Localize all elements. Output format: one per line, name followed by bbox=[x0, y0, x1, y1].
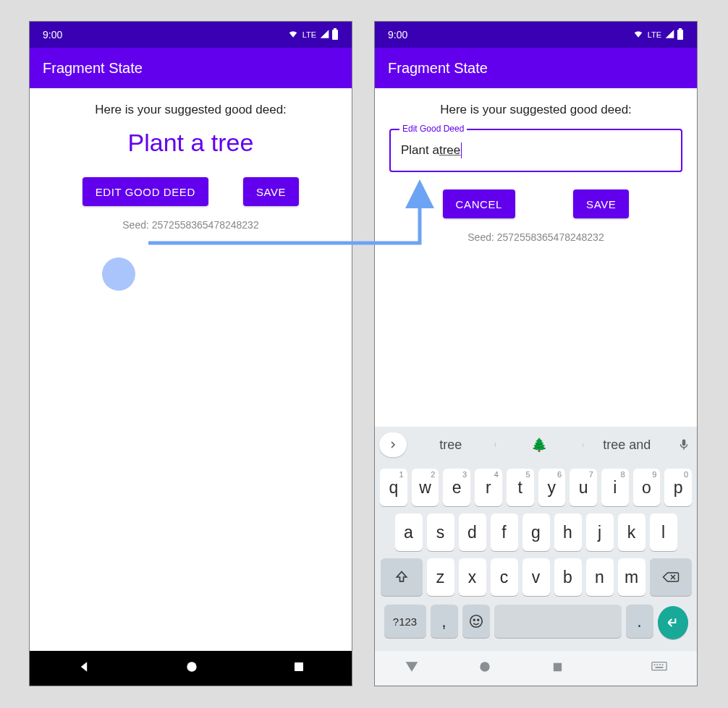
keyboard-row-2: asdfghjkl bbox=[378, 513, 694, 551]
app-title: Fragment State bbox=[43, 60, 143, 77]
shift-key[interactable] bbox=[381, 558, 423, 596]
status-time: 9:00 bbox=[388, 29, 407, 40]
key-s[interactable]: s bbox=[427, 513, 454, 551]
wifi-icon bbox=[632, 29, 645, 41]
key-c[interactable]: c bbox=[491, 558, 518, 596]
expand-icon[interactable] bbox=[379, 432, 407, 457]
app-bar: Fragment State bbox=[30, 48, 352, 88]
key-l[interactable]: l bbox=[650, 513, 677, 551]
key-o[interactable]: o9 bbox=[633, 469, 661, 506]
key-t[interactable]: t5 bbox=[507, 469, 534, 506]
key-d[interactable]: d bbox=[459, 513, 486, 551]
enter-key[interactable] bbox=[658, 606, 688, 639]
network-label: LTE bbox=[302, 30, 316, 39]
key-k[interactable]: k bbox=[618, 513, 646, 551]
status-icons: LTE bbox=[287, 28, 339, 42]
key-p[interactable]: p0 bbox=[664, 469, 692, 506]
suggestion-3[interactable]: tree and bbox=[583, 438, 671, 453]
back-icon[interactable] bbox=[77, 660, 91, 677]
key-h[interactable]: h bbox=[554, 513, 582, 551]
tap-indicator bbox=[102, 257, 135, 291]
backspace-key[interactable] bbox=[650, 558, 692, 596]
edit-input[interactable]: Plant a tree bbox=[391, 130, 681, 171]
wifi-icon bbox=[287, 29, 300, 41]
hide-keyboard-icon[interactable] bbox=[651, 661, 667, 675]
save-button[interactable]: SAVE bbox=[573, 189, 629, 218]
svg-point-6 bbox=[470, 615, 482, 628]
prompt-text: Here is your suggested good deed: bbox=[386, 103, 685, 117]
key-w[interactable]: w2 bbox=[412, 469, 439, 506]
emoji-key[interactable] bbox=[462, 605, 490, 638]
status-icons: LTE bbox=[632, 28, 684, 42]
svg-rect-0 bbox=[332, 30, 338, 40]
status-time: 9:00 bbox=[43, 29, 62, 40]
nav-bar bbox=[375, 651, 697, 686]
nav-bar bbox=[30, 651, 352, 686]
edit-field-label: Edit Good Deed bbox=[399, 124, 467, 134]
recent-icon[interactable] bbox=[292, 660, 305, 676]
back-icon[interactable] bbox=[405, 660, 419, 677]
svg-point-9 bbox=[481, 662, 490, 671]
key-b[interactable]: b bbox=[554, 558, 582, 596]
keyboard-row-1: q1w2e3r4t5y6u7i8o9p0 bbox=[378, 469, 694, 506]
key-n[interactable]: n bbox=[586, 558, 614, 596]
key-m[interactable]: m bbox=[618, 558, 646, 596]
keyboard-suggestion-bar: tree 🌲 tree and bbox=[375, 427, 697, 463]
svg-rect-11 bbox=[652, 662, 666, 670]
key-e[interactable]: e3 bbox=[443, 469, 470, 506]
space-key[interactable] bbox=[494, 605, 622, 638]
svg-rect-16 bbox=[656, 667, 664, 668]
mic-icon[interactable] bbox=[671, 437, 697, 453]
suggestion-2[interactable]: 🌲 bbox=[495, 437, 583, 453]
key-z[interactable]: z bbox=[427, 558, 454, 596]
svg-rect-14 bbox=[659, 664, 661, 665]
phone-left: 9:00 LTE Fragment State Here is your sug… bbox=[29, 21, 352, 686]
home-icon[interactable] bbox=[478, 660, 492, 677]
status-bar: 9:00 LTE bbox=[375, 22, 697, 48]
save-button[interactable]: SAVE bbox=[243, 177, 299, 206]
keyboard-row-4: ?123 , . bbox=[378, 603, 694, 639]
key-i[interactable]: i8 bbox=[601, 469, 629, 506]
edit-good-deed-button[interactable]: EDIT GOOD DEED bbox=[82, 177, 208, 206]
good-deed-text: Plant a tree bbox=[41, 129, 340, 157]
keyboard-row-3: zxcvbnm bbox=[378, 558, 694, 596]
svg-point-2 bbox=[187, 662, 196, 671]
svg-point-8 bbox=[477, 619, 478, 620]
battery-icon bbox=[331, 28, 339, 42]
period-key[interactable]: . bbox=[626, 605, 653, 638]
seed-text: Seed: 2572558365478248232 bbox=[386, 231, 685, 243]
app-title: Fragment State bbox=[388, 60, 488, 77]
key-v[interactable]: v bbox=[522, 558, 550, 596]
app-bar: Fragment State bbox=[375, 48, 697, 88]
button-row: CANCEL SAVE bbox=[386, 189, 685, 218]
key-x[interactable]: x bbox=[459, 558, 486, 596]
button-row: EDIT GOOD DEED SAVE bbox=[41, 177, 340, 206]
edit-input-text-prefix: Plant a bbox=[401, 143, 439, 158]
key-u[interactable]: u7 bbox=[570, 469, 597, 506]
symbols-key[interactable]: ?123 bbox=[384, 605, 426, 638]
network-label: LTE bbox=[648, 30, 661, 39]
key-g[interactable]: g bbox=[522, 513, 550, 551]
recent-icon[interactable] bbox=[551, 661, 564, 676]
cancel-button[interactable]: CANCEL bbox=[443, 189, 515, 218]
home-icon[interactable] bbox=[185, 660, 199, 677]
signal-icon bbox=[664, 29, 675, 41]
signal-icon bbox=[319, 29, 330, 41]
key-r[interactable]: r4 bbox=[475, 469, 502, 506]
text-cursor bbox=[461, 142, 462, 158]
comma-key[interactable]: , bbox=[431, 605, 458, 638]
edit-good-deed-field[interactable]: Edit Good Deed Plant a tree bbox=[389, 129, 682, 172]
svg-rect-4 bbox=[677, 30, 683, 40]
content-left: Here is your suggested good deed: Plant … bbox=[30, 88, 352, 651]
content-right: Here is your suggested good deed: Edit G… bbox=[375, 88, 697, 427]
key-a[interactable]: a bbox=[395, 513, 423, 551]
key-f[interactable]: f bbox=[491, 513, 518, 551]
seed-text: Seed: 2572558365478248232 bbox=[41, 219, 340, 231]
svg-rect-15 bbox=[662, 664, 664, 665]
svg-rect-3 bbox=[295, 662, 303, 671]
key-j[interactable]: j bbox=[586, 513, 614, 551]
key-q[interactable]: q1 bbox=[380, 469, 407, 506]
phone-right: 9:00 LTE Fragment State Here is your sug… bbox=[374, 21, 698, 686]
suggestion-1[interactable]: tree bbox=[407, 438, 495, 453]
key-y[interactable]: y6 bbox=[538, 469, 566, 506]
